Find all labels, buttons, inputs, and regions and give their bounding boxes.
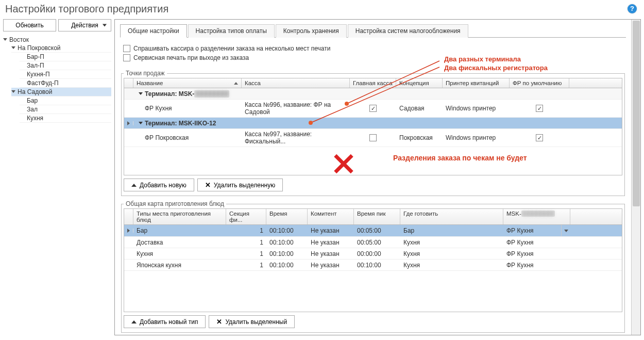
- col-main[interactable]: Главная касса: [350, 78, 396, 88]
- cell-printer: Windows принтер: [443, 133, 510, 143]
- tab[interactable]: Настройка систем налогообложения: [348, 24, 468, 38]
- caret-down-icon[interactable]: [139, 92, 143, 95]
- cell-where: Кухня: [400, 237, 503, 248]
- tree-leaf[interactable]: Кухня-П: [20, 70, 111, 79]
- scrollbar-thumb[interactable]: [633, 21, 640, 206]
- sort-asc-icon: [234, 82, 238, 85]
- cooking-map-group: Общая карта приготовления блюд Типы мест…: [121, 200, 625, 333]
- cooking-row[interactable]: Доставка100:10:00Не указан00:05:00КухняФ…: [124, 237, 622, 248]
- page-title: Настройки торгового предприятия: [0, 0, 644, 19]
- cell-section: 1: [226, 249, 266, 259]
- cell-type: Бар: [133, 225, 226, 236]
- col-cash[interactable]: Касса: [242, 78, 350, 88]
- checkbox-label: Спрашивать кассира о разделении заказа н…: [133, 45, 330, 52]
- cooking-row[interactable]: Японская кухня100:10:00Не указан00:10:00…: [124, 260, 622, 271]
- sales-point-row[interactable]: ФР КухняКасса №996, название: ФР на Садо…: [124, 100, 622, 118]
- tree-branch[interactable]: На Покровской: [11, 44, 111, 53]
- triangle-up-icon: [131, 320, 137, 323]
- delete-sales-point-button[interactable]: ✕Удалить выделенную: [197, 179, 283, 191]
- main-cash-checkbox[interactable]: [369, 105, 377, 112]
- cell-time: 00:10:00: [266, 260, 308, 270]
- row-indicator-icon: [127, 229, 130, 233]
- caret-icon[interactable]: [11, 45, 16, 51]
- cell-type: Доставка: [133, 237, 226, 248]
- scrollbar-vertical[interactable]: [631, 20, 640, 335]
- col-cook-type[interactable]: Типы места приготовления блюд: [133, 209, 226, 224]
- col-default-fr[interactable]: ФР по умолчанию: [510, 78, 569, 88]
- cooking-row[interactable]: Кухня100:10:00Не указан00:00:00КухняФР К…: [124, 248, 622, 260]
- tree-leaf[interactable]: Зал-П: [20, 61, 111, 70]
- cell-peak: 00:00:00: [354, 249, 400, 259]
- tree-root[interactable]: Восток: [3, 36, 111, 44]
- cell-name: ФР Кухня: [133, 103, 242, 114]
- cell-where: Бар: [400, 225, 503, 236]
- col-peak[interactable]: Время пик: [354, 209, 400, 224]
- cell-msk: ФР Кухня: [503, 237, 570, 248]
- cell-concept: Покровская: [396, 133, 443, 143]
- main-cash-checkbox[interactable]: [369, 134, 377, 141]
- triangle-up-icon: [131, 184, 137, 187]
- tab[interactable]: Настройка типов оплаты: [188, 24, 275, 38]
- add-cook-type-button[interactable]: Добавить новый тип: [124, 315, 206, 328]
- cell-msk: ФР Кухня: [503, 225, 561, 236]
- tree-leaf[interactable]: ФастФуд-П: [20, 79, 111, 88]
- legend: Точки продаж: [124, 70, 167, 77]
- tab[interactable]: Общие настройки: [120, 24, 187, 38]
- sales-points-group: Точки продаж Название Касса Главная касс…: [121, 70, 625, 196]
- row-indicator-icon: [127, 121, 130, 125]
- actions-button[interactable]: Действия: [58, 19, 111, 31]
- cell-type: Кухня: [133, 249, 226, 259]
- tabs: Общие настройкиНастройка типов оплатыКон…: [120, 24, 626, 38]
- col-printer[interactable]: Принтер квитанций: [443, 78, 510, 88]
- cell-commitent: Не указан: [308, 260, 354, 270]
- default-fr-checkbox[interactable]: [536, 134, 543, 141]
- cell-time: 00:10:00: [266, 225, 308, 236]
- help-icon[interactable]: ?: [628, 4, 637, 13]
- x-icon: ✕: [216, 318, 222, 326]
- cell-type: Японская кухня: [133, 260, 226, 270]
- refresh-button[interactable]: Обновить: [3, 19, 56, 31]
- col-name[interactable]: Название: [133, 78, 242, 88]
- terminal-group-row[interactable]: Терминал: MSK-XXXXXXXX: [124, 88, 622, 100]
- terminal-group-row[interactable]: Терминал: MSK-IIKO-12: [124, 118, 622, 129]
- cooking-row[interactable]: Бар100:10:00Не указан00:05:00БарФР Кухня: [124, 225, 622, 237]
- legend: Общая карта приготовления блюд: [124, 200, 226, 207]
- checkbox-service-print[interactable]: [123, 54, 130, 61]
- checkbox-split-order[interactable]: [123, 45, 130, 52]
- col-where[interactable]: Где готовить: [400, 209, 503, 224]
- cell-where: Кухня: [400, 249, 503, 259]
- cell-section: 1: [226, 237, 266, 248]
- delete-cook-type-button[interactable]: ✕Удалить выделенный: [209, 315, 295, 328]
- sidebar: Обновить Действия Восток На Покровской Б…: [0, 19, 114, 338]
- cell-peak: 00:05:00: [354, 225, 400, 236]
- cell-commitent: Не указан: [308, 225, 354, 236]
- add-sales-point-button[interactable]: Добавить новую: [124, 179, 194, 191]
- sales-point-row[interactable]: ФР ПокровскаяКасса №997, название: Фиска…: [124, 129, 622, 147]
- col-msk[interactable]: MSK-XXXXXXXX: [503, 209, 570, 224]
- caret-down-icon[interactable]: [139, 122, 143, 124]
- tab[interactable]: Контроль хранения: [276, 24, 347, 38]
- col-section[interactable]: Секция фи...: [226, 209, 266, 224]
- cell-commitent: Не указан: [308, 237, 354, 248]
- tree-leaf[interactable]: Кухня: [20, 114, 111, 123]
- cell-name: ФР Покровская: [133, 133, 242, 143]
- tree-leaf[interactable]: Бар-П: [20, 53, 111, 61]
- cell-section: 1: [226, 225, 266, 236]
- caret-icon[interactable]: [3, 37, 8, 42]
- cell-cash: Касса №997, название: Фискальный...: [242, 129, 350, 147]
- caret-icon[interactable]: [11, 89, 16, 94]
- col-concept[interactable]: Концепция: [396, 78, 443, 88]
- cell-msk: ФР Кухня: [503, 260, 570, 270]
- tree-leaf[interactable]: Зал: [20, 105, 111, 114]
- default-fr-checkbox[interactable]: [536, 105, 543, 112]
- col-commitent[interactable]: Комитент: [308, 209, 354, 224]
- col-time[interactable]: Время: [266, 209, 308, 224]
- cell-section: 1: [226, 260, 266, 270]
- cell-concept: Садовая: [396, 103, 443, 114]
- cell-where: Кухня: [400, 260, 503, 270]
- tree-leaf[interactable]: Бар: [20, 96, 111, 105]
- tree-branch-selected[interactable]: На Садовой: [11, 88, 111, 96]
- cell-peak: 00:10:00: [354, 260, 400, 270]
- dropdown-button[interactable]: [561, 225, 570, 236]
- annotation-cross-icon: [333, 153, 354, 174]
